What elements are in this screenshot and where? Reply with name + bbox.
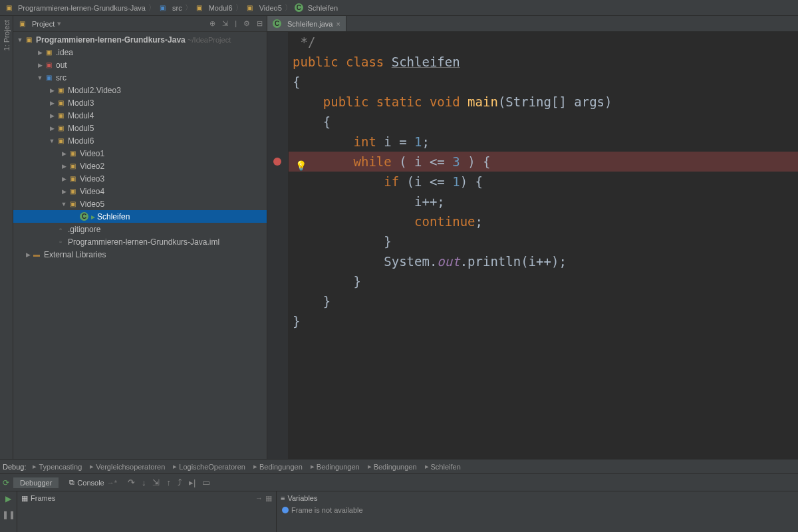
tool-window-button-project[interactable]: 1: Project [3, 20, 11, 51]
tree-row[interactable]: ▶▣Video2 [13, 160, 267, 172]
tree-label: src [56, 73, 66, 82]
resume-icon[interactable]: ▶ [5, 494, 11, 503]
debug-label: Debug: [3, 463, 26, 471]
folder-y-icon: ▣ [56, 86, 65, 95]
class-icon: C [80, 212, 88, 221]
run-config-item[interactable]: ▸Typencasting [29, 462, 86, 471]
expand-arrow-icon[interactable]: ▶ [48, 100, 56, 106]
folder-b-icon: ▣ [44, 73, 53, 82]
run-config-item[interactable]: ▸Bedingungen [364, 462, 421, 471]
tree-label: Modul4 [68, 111, 94, 120]
tree-row[interactable]: ▶▬External Libraries [13, 248, 267, 261]
step-into-force-icon[interactable]: ⇲ [152, 477, 160, 487]
breadcrumb-item[interactable]: ▣Video5 [245, 3, 282, 13]
breadcrumb-item[interactable]: ▣Modul6 [195, 3, 233, 13]
tree-label: Modul2.Video3 [68, 86, 121, 95]
expand-arrow-icon[interactable]: ▶ [60, 163, 68, 170]
tab-debugger[interactable]: Debugger [13, 477, 59, 488]
folder-y-icon: ▣ [44, 48, 53, 57]
expand-arrow-icon[interactable]: ▶ [36, 62, 44, 68]
folder-r-icon: ▣ [44, 61, 53, 70]
divider: | [235, 19, 237, 28]
tree-row[interactable]: C▸Schleifen [13, 210, 267, 223]
run-config-item[interactable]: ▸Bedingungen [307, 462, 364, 471]
collapse-icon[interactable]: ⇲ [222, 19, 228, 28]
tree-row[interactable]: ▫Programmieren-lernen-Grundkurs-Java.iml [13, 235, 267, 248]
tree-row[interactable]: ▫.gitignore [13, 223, 267, 235]
folder-y-icon: ▣ [56, 136, 65, 146]
expand-arrow-icon[interactable]: ▶ [24, 251, 32, 258]
run-config-item[interactable]: ▸Schleifen [421, 462, 465, 471]
editor-tab[interactable]: C Schleifen.java × [267, 16, 346, 31]
run-config-row: Debug: ▸Typencasting▸Vergleichsoperatore… [0, 460, 798, 474]
editor-gutter[interactable] [267, 32, 289, 459]
tree-row[interactable]: ▶▣Video4 [13, 185, 267, 198]
gear-icon[interactable]: ⚙ [243, 19, 250, 28]
tree-root[interactable]: ▼▣ Programmieren-lernen-Grundkurs-Java ~… [13, 33, 267, 46]
expand-arrow-icon[interactable]: ▶ [36, 49, 44, 56]
folder-y-icon: ▣ [68, 174, 77, 184]
tree-row[interactable]: ▶▣out [13, 59, 267, 71]
code-editor[interactable]: 💡 */ public class Schleifen { public sta… [267, 32, 798, 459]
close-icon[interactable]: × [336, 20, 340, 28]
tab-console[interactable]: ⧉Console→* [63, 477, 124, 488]
tree-row[interactable]: ▶▣.idea [13, 46, 267, 59]
tree-row[interactable]: ▼▣src [13, 71, 267, 84]
breadcrumb-item[interactable]: ▣Programmieren-lernen-Grundkurs-Java [4, 3, 146, 13]
run-to-cursor-icon[interactable]: ▸| [189, 477, 196, 487]
folder-y-icon: ▣ [56, 111, 65, 120]
step-out-icon[interactable]: ↑ [166, 477, 171, 487]
project-panel: ▣ Project ▾ ⊕ ⇲ | ⚙ ⊟ ▼▣ Programmieren-l… [13, 16, 267, 459]
drop-frame-icon[interactable]: ⤴ [178, 477, 182, 487]
tree-row[interactable]: ▶▣Video3 [13, 172, 267, 185]
tree-label: Modul5 [68, 124, 94, 133]
tree-label: Video5 [80, 200, 104, 209]
run-config-item[interactable]: ▸Bedingungen [249, 462, 307, 471]
evaluate-icon[interactable]: ▭ [202, 477, 210, 487]
expand-arrow-icon[interactable]: ▶ [48, 112, 56, 119]
breadcrumb-item[interactable]: CSchleifen [295, 3, 338, 12]
expand-arrow-icon[interactable]: ▶ [48, 125, 56, 132]
expand-arrow-icon[interactable]: ▼ [36, 74, 44, 81]
rerun-icon[interactable]: ⟳ [3, 478, 9, 487]
tree-label: External Libraries [44, 250, 106, 259]
variables-icon: ≡ [281, 494, 285, 502]
step-over-icon[interactable]: ↷ [128, 477, 135, 487]
class-icon: C [273, 19, 281, 28]
expand-arrow-icon[interactable]: ▶ [60, 150, 68, 157]
run-config-item[interactable]: ▸Vergleichsoperatoren [86, 462, 169, 471]
tree-row[interactable]: ▼▣Video5 [13, 198, 267, 210]
frames-icon: ▦ [21, 494, 28, 503]
project-panel-header: ▣ Project ▾ ⊕ ⇲ | ⚙ ⊟ [13, 16, 267, 32]
project-tree[interactable]: ▼▣ Programmieren-lernen-Grundkurs-Java ~… [13, 32, 267, 459]
expand-arrow-icon[interactable]: ▶ [60, 176, 68, 182]
breadcrumb-item[interactable]: ▣src [158, 3, 182, 13]
tree-row[interactable]: ▶▣Modul4 [13, 109, 267, 122]
expand-arrow-icon[interactable]: ▶ [48, 87, 56, 94]
step-into-icon[interactable]: ↓ [142, 477, 146, 487]
folder-y-icon: ▣ [68, 200, 77, 209]
tree-row[interactable]: ▶▣Modul3 [13, 96, 267, 109]
tree-row[interactable]: ▶▣Modul5 [13, 122, 267, 134]
expand-arrow-icon[interactable]: ▼ [60, 201, 68, 207]
tree-label: .gitignore [68, 225, 100, 234]
tree-label: Modul3 [68, 98, 94, 108]
dropdown-icon[interactable]: ▾ [57, 19, 61, 28]
tree-label: Video1 [80, 149, 104, 158]
filter-icon[interactable]: ▦ [265, 494, 272, 503]
tool-window-strip-left: 1: Project [0, 16, 13, 459]
prev-icon[interactable]: → [255, 494, 263, 502]
tree-label: Video3 [80, 174, 104, 184]
expand-arrow-icon[interactable]: ▶ [60, 188, 68, 195]
tree-row[interactable]: ▼▣Modul6 [13, 134, 267, 147]
run-config-item[interactable]: ▸LogischeOperatoren [169, 462, 249, 471]
frame-not-available: Frame is not available [277, 505, 798, 515]
breakpoint-icon[interactable] [273, 158, 281, 166]
pause-icon[interactable]: ❚❚ [2, 510, 15, 519]
target-icon[interactable]: ⊕ [209, 19, 215, 28]
expand-arrow-icon[interactable]: ▼ [48, 138, 56, 144]
tree-row[interactable]: ▶▣Video1 [13, 147, 267, 160]
hide-icon[interactable]: ⊟ [257, 19, 263, 28]
frames-header: ▦ Frames → ▦ [17, 491, 276, 505]
tree-row[interactable]: ▶▣Modul2.Video3 [13, 84, 267, 96]
